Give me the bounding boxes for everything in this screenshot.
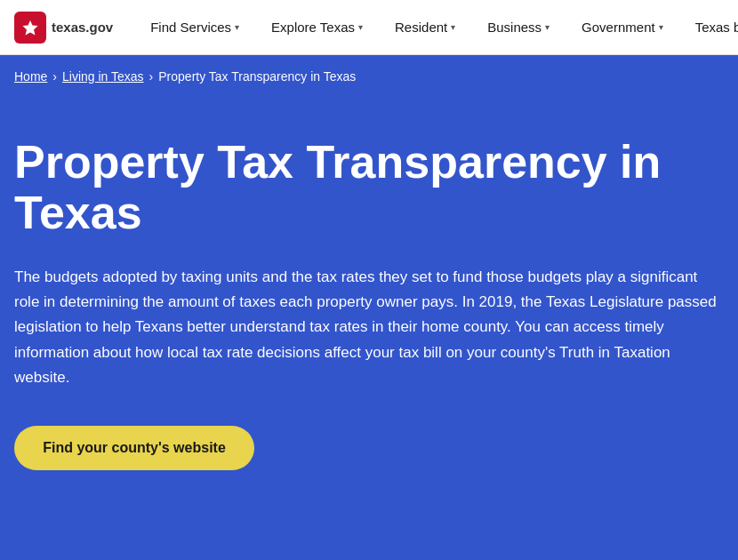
nav-explore-texas[interactable]: Explore Texas ▾ <box>255 0 379 54</box>
chevron-down-icon: ▾ <box>659 22 663 32</box>
nav-resident[interactable]: Resident ▾ <box>379 0 471 54</box>
logo-text: texas.gov <box>52 20 113 35</box>
nav-government[interactable]: Government ▾ <box>566 0 679 54</box>
breadcrumb-separator-1: › <box>52 69 57 84</box>
chevron-down-icon: ▾ <box>451 22 455 32</box>
breadcrumb: Home › Living in Texas › Property Tax Tr… <box>14 69 724 84</box>
nav-items: Find Services ▾ Explore Texas ▾ Resident… <box>134 0 738 54</box>
nav-texas-by-texas[interactable]: Texas by Texas ▾ <box>679 0 738 54</box>
chevron-down-icon: ▾ <box>235 22 239 32</box>
navbar: texas.gov Find Services ▾ Explore Texas … <box>0 0 738 55</box>
chevron-down-icon: ▾ <box>545 22 549 32</box>
breadcrumb-separator-2: › <box>149 69 154 84</box>
find-county-website-button[interactable]: Find your county's website <box>14 426 254 470</box>
main-content: Home › Living in Texas › Property Tax Tr… <box>0 55 738 560</box>
logo-area[interactable]: texas.gov <box>14 12 113 44</box>
chevron-down-icon: ▾ <box>358 22 363 32</box>
texas-gov-logo-icon <box>14 12 46 44</box>
breadcrumb-home[interactable]: Home <box>14 69 47 84</box>
page-title: Property Tax Transparency in Texas <box>14 137 724 238</box>
breadcrumb-current: Property Tax Transparency in Texas <box>158 69 356 84</box>
nav-business[interactable]: Business ▾ <box>471 0 566 54</box>
page-description: The budgets adopted by taxing units and … <box>14 265 717 389</box>
nav-find-services[interactable]: Find Services ▾ <box>134 0 255 54</box>
breadcrumb-living-in-texas[interactable]: Living in Texas <box>62 69 144 84</box>
